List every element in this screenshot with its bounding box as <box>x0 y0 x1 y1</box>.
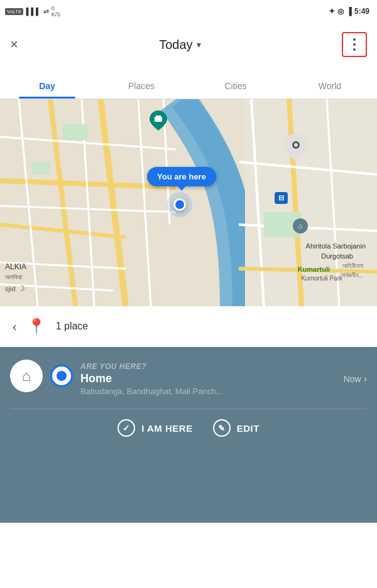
map-label-sjid: sjid ☽ <box>5 284 25 293</box>
close-button[interactable]: × <box>10 36 18 53</box>
location-icon: ◎ <box>337 7 344 16</box>
tab-bar: Day Places Cities World <box>0 67 377 99</box>
svg-rect-24 <box>156 115 161 117</box>
location-name-row: Home Now › <box>80 372 367 385</box>
home-avatar: ⌂ <box>10 360 43 392</box>
map-label-ahiritola2: Durgotsab <box>321 252 353 260</box>
location-dot-inner <box>57 371 67 381</box>
svg-rect-20 <box>63 124 88 140</box>
status-left: VoLTE ▌▌▌ ⇌ 0K/S <box>5 5 60 18</box>
teal-pin-icon <box>150 110 167 131</box>
place-count-text: 1 place <box>56 321 89 332</box>
volte-badge: VoLTE <box>5 8 23 15</box>
place-pin-icon: 📍 <box>27 318 46 335</box>
building-icon: ⌂ <box>293 218 308 233</box>
current-location-dot <box>173 198 186 211</box>
white-pin-icon <box>284 134 308 161</box>
signal-strength: ▌▌▌ <box>26 8 40 15</box>
status-bar: VoLTE ▌▌▌ ⇌ 0K/S ✦ ◎ ▐ 5:49 <box>0 0 377 23</box>
header-title-text: Today <box>159 38 192 52</box>
tab-places[interactable]: Places <box>94 81 188 99</box>
action-buttons: ✓ I AM HERE ✎ EDIT <box>10 409 367 437</box>
map-label-alkia: ALKIA <box>5 262 26 271</box>
map-label-kumartuli2: Kumortuli Park <box>301 275 342 282</box>
tab-world[interactable]: World <box>283 81 377 99</box>
svg-rect-21 <box>31 162 50 174</box>
back-arrow-button[interactable]: ‹ <box>13 319 17 334</box>
wifi-icon: ⇌ <box>43 8 49 16</box>
edit-label: EDIT <box>237 423 260 434</box>
place-count-bar: ‹ 📍 1 place <box>0 306 377 347</box>
check-circle-icon: ✓ <box>117 419 135 437</box>
map-area[interactable]: ⊟ ⌂ ALKIA আলকিয়া Kumartuli Kumortuli Pa… <box>0 99 377 306</box>
transit-icon: ⊟ <box>275 192 288 204</box>
location-info: ARE YOU HERE? Home Now › Babudanga, Band… <box>80 360 367 396</box>
location-time: Now › <box>344 373 367 385</box>
battery-icon: ▐ <box>346 7 352 16</box>
i-am-here-label: I AM HERE <box>141 423 192 434</box>
tab-day[interactable]: Day <box>0 81 94 99</box>
map-label-kumartuli: Kumartuli <box>298 265 330 273</box>
map-label-ahiritola3: আহিরীতলা <box>342 262 363 270</box>
bluetooth-icon: ✦ <box>329 7 335 16</box>
three-dots-icon <box>353 38 356 51</box>
edit-circle-icon: ✎ <box>213 419 231 437</box>
location-indicator-dot <box>50 365 73 387</box>
bottom-card: ⌂ ARE YOU HERE? Home Now › Babudanga, Ba… <box>0 347 377 523</box>
header-title-area[interactable]: Today ▾ <box>159 38 200 52</box>
home-icon: ⌂ <box>22 367 31 385</box>
time-chevron-icon: › <box>364 373 367 385</box>
edit-button[interactable]: ✎ EDIT <box>213 419 260 437</box>
i-am-here-button[interactable]: ✓ I AM HERE <box>117 419 192 437</box>
location-item: ⌂ ARE YOU HERE? Home Now › Babudanga, Ba… <box>10 360 367 396</box>
map-label-ahiritola1: Ahiritola Sarbojanin <box>306 242 366 250</box>
svg-point-26 <box>294 143 298 147</box>
title-dropdown-arrow: ▾ <box>197 40 201 50</box>
status-right: ✦ ◎ ▐ 5:49 <box>329 7 369 16</box>
map-label-alkia-bengali: আলকিয়া <box>5 274 22 281</box>
map-label-ahiritola4: সার্বজনীন... <box>341 272 363 279</box>
location-question: ARE YOU HERE? <box>80 362 367 371</box>
svg-rect-23 <box>155 117 162 122</box>
header: × Today ▾ <box>0 23 377 67</box>
tab-cities[interactable]: Cities <box>188 81 283 99</box>
you-are-here-tooltip: You are here <box>147 167 216 186</box>
location-name: Home <box>80 372 112 385</box>
data-speed: 0K/S <box>52 5 61 18</box>
more-options-button[interactable] <box>342 32 367 57</box>
clock: 5:49 <box>354 7 369 16</box>
location-address: Babudanga, Bandhaghat, Mali Panch... <box>80 387 367 396</box>
